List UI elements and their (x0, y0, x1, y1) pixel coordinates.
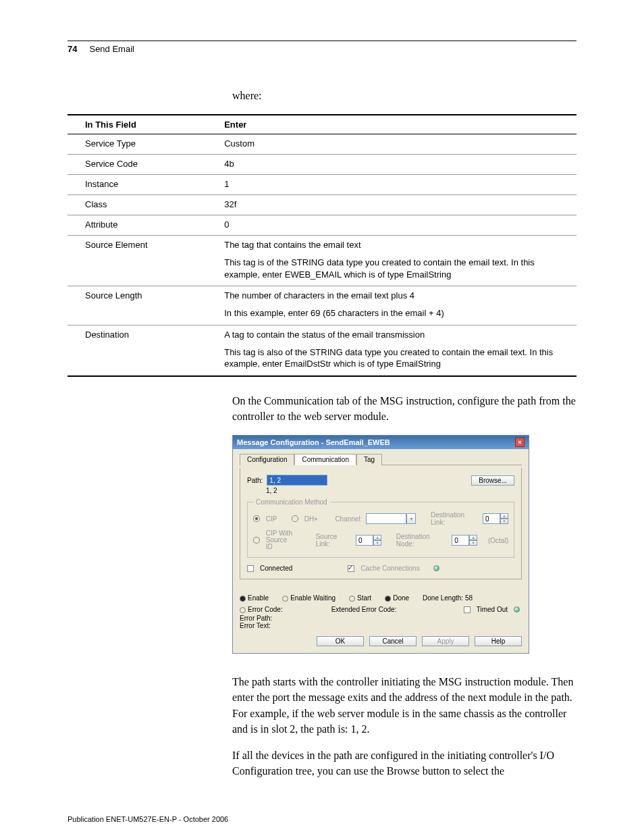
close-icon[interactable]: × (515, 438, 525, 447)
table-row: Source Length The number of characters i… (68, 286, 576, 325)
cache-label: Cache Connections (360, 565, 419, 572)
start-led-icon (349, 596, 355, 602)
cell-sub: This tag is also of the STRING data type… (224, 346, 572, 370)
comm-method-legend: Communication Method (253, 498, 330, 506)
paragraph-after-dialog-1: The path starts with the controller init… (232, 674, 576, 737)
tab-communication[interactable]: Communication (294, 454, 356, 465)
dialog-title: Message Configuration - SendEmail_EWEB (237, 438, 390, 446)
done-length-label: Done Length: (423, 594, 463, 602)
chevron-down-icon[interactable]: ▼ (469, 540, 477, 546)
chevron-down-icon[interactable]: ▼ (406, 513, 416, 524)
dest-link-label: Destination Link: (431, 511, 479, 526)
tab-configuration[interactable]: Configuration (240, 454, 294, 465)
source-link-label: Source Link: (316, 533, 352, 548)
table-row: Attribute0 (68, 215, 576, 236)
radio-dhplus[interactable] (292, 515, 298, 522)
table-row: Instance1 (68, 175, 576, 195)
done-length-value: 58 (465, 594, 473, 602)
th-field: In This Field (68, 115, 220, 134)
page-number: 74 (68, 44, 77, 54)
done-led-icon (385, 596, 391, 602)
cell-main: The tag that contains the email text (224, 240, 360, 250)
channel-select[interactable] (366, 513, 406, 524)
browse-button[interactable]: Browse... (471, 475, 514, 486)
cell-main: A tag to contain the status of the email… (224, 330, 425, 340)
cache-led-icon (433, 565, 439, 571)
error-code-label: Error Code: (248, 606, 283, 613)
table-row: Service Code4b (68, 155, 576, 175)
ok-button[interactable]: OK (317, 636, 364, 646)
error-led-icon (240, 607, 246, 613)
cancel-button[interactable]: Cancel (369, 636, 417, 646)
page-header: 74 Send Email (68, 44, 576, 54)
cell-sub: This tag is of the STRING data type you … (224, 257, 572, 280)
table-row: Class32f (68, 195, 576, 215)
paragraph-after-dialog-2: If all the devices in the path are confi… (232, 748, 576, 779)
dest-node-label: Destination Node: (396, 533, 448, 548)
extended-error-label: Extended Error Code: (331, 606, 397, 613)
path-echo: 1, 2 (266, 487, 277, 494)
table-row: Service TypeCustom (68, 134, 576, 155)
timed-out-led-icon (514, 606, 520, 613)
chevron-up-icon[interactable]: ▲ (373, 535, 381, 540)
source-link-input[interactable] (356, 535, 373, 546)
table-row: Source Element The tag that contains the… (68, 236, 576, 286)
enable-waiting-led-icon (282, 596, 288, 602)
message-config-dialog: Message Configuration - SendEmail_EWEB ×… (232, 435, 529, 654)
dest-link-input[interactable] (483, 513, 500, 524)
chevron-down-icon[interactable]: ▼ (373, 540, 381, 546)
connected-label: Connected (260, 565, 292, 572)
where-label: where: (232, 88, 576, 103)
paragraph-before-dialog: On the Communication tab of the MSG inst… (232, 393, 576, 424)
error-text-label: Error Text: (240, 622, 522, 629)
field-spec-table: In This Field Enter Service TypeCustom S… (68, 114, 576, 377)
table-row: Destination A tag to contain the status … (68, 325, 576, 376)
chevron-up-icon[interactable]: ▲ (469, 535, 477, 540)
chevron-up-icon[interactable]: ▲ (500, 513, 508, 519)
timed-out-checkbox[interactable] (464, 606, 471, 613)
done-label: Done (393, 594, 409, 602)
th-enter: Enter (220, 115, 576, 134)
publication-footer: Publication ENET-UM527E-EN-P - October 2… (68, 815, 228, 823)
help-button[interactable]: Help (475, 636, 522, 646)
cell-sub: In this example, enter 69 (65 characters… (224, 307, 572, 319)
communication-method-group: Communication Method CIP DH+ Channel: ▼ … (247, 498, 514, 558)
cache-checkbox[interactable] (348, 565, 354, 572)
section-title: Send Email (89, 44, 134, 54)
enable-led-icon (240, 596, 246, 602)
enable-waiting-label: Enable Waiting (290, 594, 336, 602)
enable-label: Enable (248, 594, 269, 602)
path-input[interactable] (267, 475, 327, 486)
radio-cip-with-source-id[interactable] (253, 537, 260, 544)
channel-label: Channel: (335, 515, 362, 523)
cell-main: The number of characters in the email te… (224, 290, 414, 301)
tab-tag[interactable]: Tag (356, 454, 382, 465)
timed-out-label: Timed Out (477, 606, 508, 613)
apply-button[interactable]: Apply (422, 636, 469, 646)
dest-node-input[interactable] (452, 535, 469, 546)
tab-strip: Configuration Communication Tag (240, 453, 522, 465)
start-label: Start (357, 594, 371, 602)
chevron-down-icon[interactable]: ▼ (500, 519, 508, 524)
error-path-label: Error Path: (240, 615, 522, 622)
radio-cip[interactable] (253, 515, 260, 522)
header-rule (68, 41, 576, 41)
octal-label: (Octal) (488, 537, 508, 544)
connected-checkbox[interactable] (247, 565, 254, 572)
path-label: Path: (247, 477, 263, 484)
dialog-titlebar[interactable]: Message Configuration - SendEmail_EWEB × (233, 436, 529, 449)
